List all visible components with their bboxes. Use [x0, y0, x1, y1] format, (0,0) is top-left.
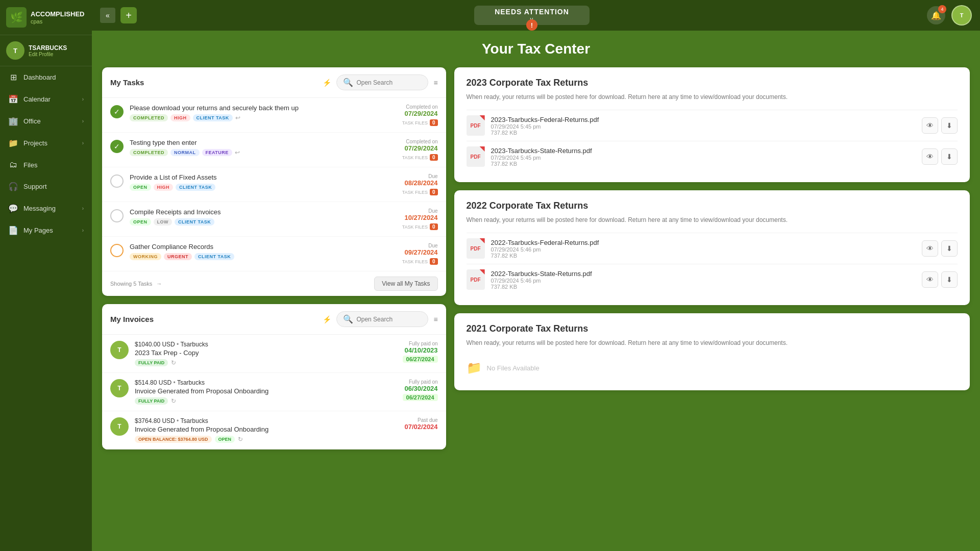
- sidebar-item-calendar[interactable]: 📅 Calendar ›: [0, 88, 92, 110]
- needs-attention-text: NEEDS ATTENTION: [495, 8, 569, 16]
- file-meta: 07/29/2024 5:46 pm: [491, 246, 916, 253]
- invoice-meta: Fully paid on 04/10/2023 06/27/2024: [372, 341, 438, 363]
- needs-attention-banner[interactable]: NEEDS ATTENTION ∨ !: [474, 6, 590, 25]
- profile-edit-link[interactable]: Edit Profile: [29, 52, 67, 57]
- refresh-icon: ↩: [235, 114, 240, 121]
- sort-icon[interactable]: ≡: [433, 79, 437, 87]
- file-info: 2022-Tsarbucks-State-Returns.pdf 07/29/2…: [491, 270, 916, 290]
- invoice-date-label: Past due: [372, 417, 438, 423]
- table-row[interactable]: Provide a List of Fixed Assets OPEN HIGH…: [102, 167, 446, 202]
- task-files-row: TASK FILES 0: [366, 223, 438, 230]
- view-file-button[interactable]: 👁: [922, 117, 938, 134]
- sort-icon[interactable]: ≡: [433, 315, 437, 323]
- main-content: Your Tax Center My Tasks ⚡ 🔍 ≡ ✓: [92, 31, 980, 551]
- table-row[interactable]: ✓ Please download your returns and secur…: [102, 98, 446, 133]
- chevron-right-icon: ›: [82, 140, 84, 146]
- page-title: Your Tax Center: [102, 41, 970, 57]
- collapse-sidebar-button[interactable]: «: [100, 8, 115, 23]
- tasks-search-bar[interactable]: 🔍: [336, 74, 428, 90]
- task-meta: Completed on 07/29/2024 TASK FILES 0: [366, 104, 438, 126]
- invoices-card-header: My Invoices ⚡ 🔍 ≡: [102, 304, 446, 335]
- sidebar-item-projects[interactable]: 📁 Projects ›: [0, 132, 92, 154]
- sidebar-item-label: Messaging: [23, 205, 56, 212]
- search-icon: 🔍: [343, 78, 353, 87]
- file-info: 2023-Tsarbucks-Federal-Returns.pdf 07/29…: [491, 116, 916, 136]
- task-body: Testing type then enter COMPLETED NORMAL…: [130, 139, 360, 156]
- content-grid: My Tasks ⚡ 🔍 ≡ ✓ Please download your re…: [102, 67, 970, 541]
- tax-section-2023: 2023 Corporate Tax Returns When ready, y…: [454, 67, 970, 182]
- sidebar-item-label: Projects: [23, 139, 47, 147]
- refresh-icon[interactable]: ↻: [171, 359, 176, 366]
- list-item[interactable]: T $3764.80 USD • Tsarbucks Invoice Gener…: [102, 411, 446, 449]
- invoice-date-label: Fully paid on: [372, 379, 438, 385]
- list-item[interactable]: T $1040.00 USD • Tsarbucks 2023 Tax Prep…: [102, 335, 446, 373]
- support-icon: 🎧: [8, 182, 18, 191]
- no-files-label: No Files Available: [487, 364, 540, 372]
- sidebar-item-mypages[interactable]: 📄 My Pages ›: [0, 219, 92, 241]
- task-meta: Due 08/28/2024 TASK FILES 0: [366, 173, 438, 195]
- tasks-search-input[interactable]: [356, 79, 418, 86]
- chevron-right-icon: ›: [82, 206, 84, 211]
- task-check-open[interactable]: [110, 209, 124, 222]
- invoice-amount: $514.80 USD • Tsarbucks: [135, 379, 365, 386]
- invoices-search-input[interactable]: [356, 316, 418, 323]
- table-row[interactable]: Compile Receipts and Invoices OPEN LOW C…: [102, 202, 446, 237]
- task-files-row: TASK FILES 0: [366, 189, 438, 195]
- dashboard-icon: ⊞: [8, 72, 18, 82]
- task-date: 10/27/2024: [366, 214, 438, 221]
- folder-icon: 📁: [467, 361, 482, 375]
- view-file-button[interactable]: 👁: [922, 271, 938, 288]
- view-all-tasks-button[interactable]: View all My Tasks: [374, 277, 437, 291]
- task-check-completed[interactable]: ✓: [110, 140, 124, 153]
- task-tags: WORKING URGENT CLIENT TASK: [130, 253, 360, 260]
- task-check-working[interactable]: [110, 244, 124, 257]
- sidebar-item-files[interactable]: 🗂 Files: [0, 154, 92, 176]
- mypages-icon: 📄: [8, 226, 18, 235]
- task-body: Please download your returns and securel…: [130, 104, 360, 121]
- table-row[interactable]: Gather Compliance Records WORKING URGENT…: [102, 237, 446, 271]
- task-tags: COMPLETED HIGH CLIENT TASK ↩: [130, 114, 360, 121]
- download-file-button[interactable]: ⬇: [941, 271, 958, 288]
- file-info: 2023-Tsarbucks-State-Returns.pdf 07/29/2…: [491, 147, 916, 167]
- user-avatar-top[interactable]: T: [951, 5, 972, 26]
- sidebar-item-office[interactable]: 🏢 Office ›: [0, 110, 92, 132]
- file-actions: 👁 ⬇: [922, 148, 958, 165]
- task-files-count: 0: [430, 189, 438, 195]
- logo-icon: 🌿: [6, 7, 27, 28]
- task-check-completed[interactable]: ✓: [110, 105, 124, 118]
- file-info: 2022-Tsarbucks-Federal-Returns.pdf 07/29…: [491, 239, 916, 259]
- view-file-button[interactable]: 👁: [922, 148, 938, 165]
- download-file-button[interactable]: ⬇: [941, 240, 958, 257]
- refresh-icon[interactable]: ↻: [238, 436, 243, 443]
- logo-name: ACCOMPLISHED: [31, 10, 84, 18]
- task-date-label: Due: [366, 173, 438, 179]
- download-file-button[interactable]: ⬇: [941, 117, 958, 134]
- task-files-row: TASK FILES 0: [366, 119, 438, 126]
- no-files-indicator: 📁 No Files Available: [467, 356, 958, 380]
- file-size: 737.82 KB: [491, 161, 916, 167]
- sidebar-item-messaging[interactable]: 💬 Messaging ›: [0, 197, 92, 219]
- sidebar-item-dashboard[interactable]: ⊞ Dashboard: [0, 66, 92, 88]
- add-button[interactable]: +: [120, 7, 137, 23]
- profile-area[interactable]: T TSARBUCKS Edit Profile: [0, 35, 92, 66]
- task-check-open[interactable]: [110, 174, 124, 188]
- invoices-search-bar[interactable]: 🔍: [336, 311, 428, 327]
- file-actions: 👁 ⬇: [922, 271, 958, 288]
- task-date-label: Completed on: [366, 139, 438, 144]
- sidebar-item-support[interactable]: 🎧 Support: [0, 176, 92, 197]
- sidebar-item-label: Calendar: [23, 95, 51, 103]
- list-item[interactable]: T $514.80 USD • Tsarbucks Invoice Genera…: [102, 373, 446, 411]
- filter-icon[interactable]: ⚡: [323, 79, 331, 87]
- my-tasks-card: My Tasks ⚡ 🔍 ≡ ✓ Please download your re…: [102, 67, 446, 296]
- task-date: 07/29/2024: [366, 110, 438, 117]
- task-files-count: 0: [430, 154, 438, 161]
- avatar: T: [110, 341, 129, 359]
- view-file-button[interactable]: 👁: [922, 240, 938, 257]
- notifications-button[interactable]: 🔔 4: [927, 6, 945, 24]
- table-row[interactable]: ✓ Testing type then enter COMPLETED NORM…: [102, 133, 446, 167]
- refresh-icon[interactable]: ↻: [171, 397, 176, 405]
- tag-client-task: CLIENT TASK: [193, 114, 233, 121]
- filter-icon[interactable]: ⚡: [323, 315, 331, 323]
- pdf-icon: PDF: [467, 146, 485, 167]
- download-file-button[interactable]: ⬇: [941, 148, 958, 165]
